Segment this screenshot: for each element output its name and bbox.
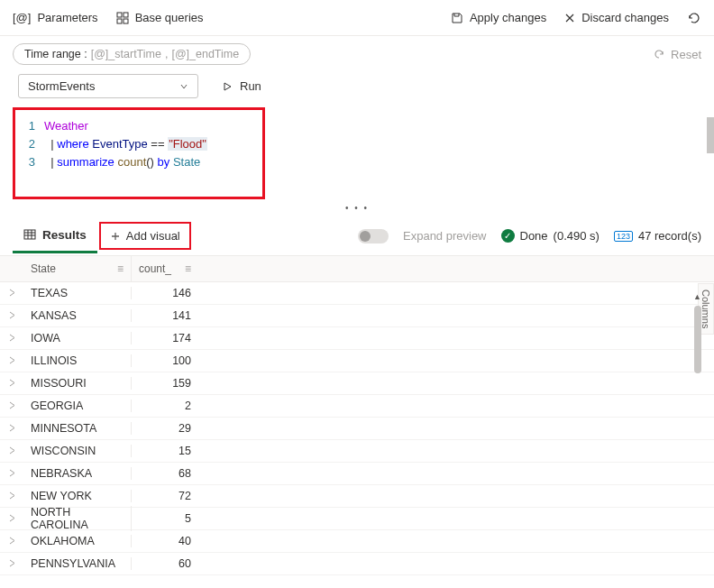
reset-button[interactable]: Reset [653,48,701,61]
cell-state: OKLAHOMA [23,535,132,547]
row-expand-caret[interactable] [0,354,23,367]
resize-handle[interactable]: • • • [0,199,714,216]
time-range-end: [@]_endTime [171,48,239,60]
results-toolbar: Results Add visual Expand preview ✓ Done… [0,216,714,256]
table-row[interactable]: NEBRASKA68 [0,463,714,485]
tab-results[interactable]: Results [13,219,97,253]
row-expand-caret[interactable] [0,490,23,502]
tok-pipe: | [50,137,53,151]
status-time: (0.490 s) [554,229,600,243]
status-success-icon: ✓ [501,229,515,243]
scrollbar-thumb[interactable] [707,117,714,153]
table-row[interactable]: OKLAHOMA40 [0,530,714,553]
table-row[interactable]: MINNESOTA29 [0,418,714,440]
record-count: 123 47 record(s) [614,229,701,243]
query-editor[interactable]: 1 Weather 2 | where EventType == "Flood"… [13,107,265,199]
run-label: Run [240,79,261,93]
cell-state: IOWA [23,332,132,345]
chevron-down-icon [179,82,188,91]
add-visual-label: Add visual [126,229,180,243]
cell-count: 40 [132,535,198,547]
table-row[interactable]: ILLINOIS100 [0,350,714,372]
scroll-up-arrow[interactable]: ▲ [693,292,701,301]
cell-state: PENNSYLVANIA [23,557,132,570]
undo-icon [653,48,665,60]
tok-keyword: where [57,137,88,151]
row-expand-caret[interactable] [0,309,23,322]
database-select[interactable]: StormEvents [18,74,198,98]
row-expand-caret[interactable] [0,535,23,547]
cell-count: 29 [132,422,198,435]
row-expand-caret[interactable] [0,445,23,457]
header-state-label: State [31,262,56,275]
row-expand-caret[interactable] [0,557,23,570]
plus-icon [110,231,121,242]
results-scrollbar-thumb[interactable] [694,306,701,373]
reset-label: Reset [671,48,701,61]
row-expand-caret[interactable] [0,512,23,525]
table-row[interactable]: NORTH CAROLINA5 [0,508,714,530]
add-visual-button[interactable]: Add visual [99,222,191,250]
records-label: 47 record(s) [638,229,701,243]
cell-state: NORTH CAROLINA [23,506,132,531]
table-row[interactable]: PENNSYLVANIA60 [0,553,714,575]
row-expand-caret[interactable] [0,467,23,480]
cell-count: 2 [132,400,198,412]
cell-state: MINNESOTA [23,422,132,435]
column-menu-icon[interactable]: ≡ [185,262,191,275]
tok-function: count [117,155,146,169]
row-expand-caret[interactable] [0,377,23,390]
row-expand-caret[interactable] [0,400,23,412]
cell-count: 141 [132,309,198,322]
cell-state: MISSOURI [23,377,132,390]
apply-changes-label: Apply changes [470,11,546,24]
refresh-button[interactable] [687,11,701,25]
cell-state: TEXAS [23,287,132,299]
time-range-prefix: Time range : [24,48,87,60]
table-row[interactable]: KANSAS141 [0,305,714,327]
discard-changes-label: Discard changes [581,11,669,24]
table-row[interactable]: GEORGIA2 [0,395,714,418]
table-row[interactable]: WISCONSIN15 [0,440,714,463]
time-range-chip[interactable]: Time range : [@]_startTime , [@]_endTime [13,43,251,65]
cell-state: NEBRASKA [23,467,132,480]
apply-changes-button[interactable]: Apply changes [451,11,546,24]
discard-changes-button[interactable]: Discard changes [564,11,669,24]
cell-state: KANSAS [23,309,132,322]
status-text: Done [520,229,548,243]
svg-rect-1 [124,13,128,17]
time-range-row: Time range : [@]_startTime , [@]_endTime… [0,36,714,72]
line-number: 2 [23,135,44,153]
results-body[interactable]: TEXAS146KANSAS141IOWA174ILLINOIS100MISSO… [0,282,714,575]
cell-state: GEORGIA [23,400,132,412]
close-icon [564,13,575,23]
run-button[interactable]: Run [209,75,274,97]
cell-count: 174 [132,332,198,345]
grid-icon [116,12,129,24]
tok-paren: () [146,155,154,169]
header-count[interactable]: count_ ≡ [132,256,198,281]
column-menu-icon[interactable]: ≡ [117,262,124,275]
base-queries-button[interactable]: Base queries [116,11,204,24]
results-header: State ≡ count_ ≡ [0,256,714,282]
cell-state: WISCONSIN [23,445,132,457]
table-row[interactable]: NEW YORK72 [0,485,714,508]
table-row[interactable]: IOWA174 [0,327,714,350]
row-expand-caret[interactable] [0,422,23,435]
row-expand-caret[interactable] [0,287,23,299]
tok-table: Weather [44,119,88,133]
table-row[interactable]: TEXAS146 [0,282,714,305]
cell-count: 5 [132,512,198,525]
cell-count: 60 [132,557,198,570]
parameters-button[interactable]: [@] Parameters [13,11,98,24]
table-icon [23,228,36,241]
line-number: 1 [23,117,44,135]
query-status: ✓ Done (0.490 s) [501,229,600,243]
header-state[interactable]: State ≡ [23,256,132,281]
editor-wrap: 1 Weather 2 | where EventType == "Flood"… [0,107,714,199]
row-expand-caret[interactable] [0,332,23,345]
table-row[interactable]: MISSOURI159 [0,372,714,395]
cell-count: 159 [132,377,198,390]
expand-preview-toggle[interactable] [358,229,389,243]
tab-results-label: Results [42,228,87,242]
